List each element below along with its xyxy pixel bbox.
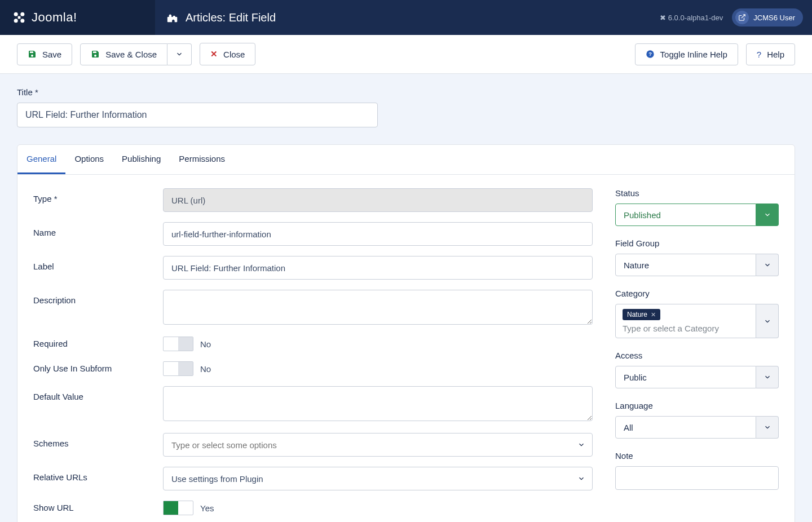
description-label: Description — [33, 290, 163, 305]
category-placeholder: Type or select a Category — [623, 324, 719, 333]
save-button[interactable]: Save — [17, 43, 72, 65]
type-field — [163, 188, 593, 212]
toggle-help-button[interactable]: ? Toggle Inline Help — [635, 43, 738, 65]
label-label: Label — [33, 256, 163, 271]
category-select[interactable]: Nature ✕ Type or select a Category — [615, 304, 779, 338]
default-label: Default Value — [33, 386, 163, 401]
chevron-down-icon — [756, 366, 779, 388]
note-label: Note — [615, 451, 779, 461]
help-button[interactable]: ? Help — [746, 43, 795, 65]
category-chip[interactable]: Nature ✕ — [623, 309, 660, 320]
field-group-select[interactable]: Nature — [615, 254, 779, 276]
joomla-small-icon: ✖ — [660, 14, 666, 22]
joomla-icon — [11, 10, 27, 25]
svg-point-0 — [14, 12, 18, 16]
show-url-value: Yes — [200, 503, 214, 513]
language-label: Language — [615, 401, 779, 410]
required-value: No — [200, 339, 211, 349]
default-value-textarea[interactable] — [163, 386, 593, 421]
svg-point-1 — [20, 12, 24, 16]
status-label: Status — [615, 188, 779, 198]
tab-permissions[interactable]: Permissions — [170, 145, 234, 174]
show-url-toggle[interactable] — [163, 501, 193, 515]
required-label: Required — [33, 337, 163, 348]
page-title-area: Articles: Edit Field — [155, 11, 660, 24]
version-label[interactable]: ✖ 6.0.0-alpha1-dev — [660, 14, 723, 22]
page-title: Articles: Edit Field — [186, 11, 276, 24]
main-column: Type * Name Label — [33, 188, 593, 522]
save-icon — [28, 50, 37, 59]
chevron-down-icon — [756, 204, 779, 226]
info-icon: ? — [646, 50, 655, 59]
category-label: Category — [615, 289, 779, 298]
tab-options[interactable]: Options — [65, 145, 113, 174]
type-label: Type * — [33, 188, 163, 204]
schemes-label: Schemes — [33, 433, 163, 448]
subform-value: No — [200, 364, 211, 374]
chevron-down-icon — [756, 416, 779, 439]
puzzle-icon — [166, 11, 179, 24]
subform-label: Only Use In Subform — [33, 361, 163, 373]
field-group-label: Field Group — [615, 238, 779, 248]
brand-logo[interactable]: Joomla! — [0, 0, 155, 35]
help-icon: ? — [757, 50, 761, 59]
topbar: Joomla! Articles: Edit Field ✖ 6.0.0-alp… — [0, 0, 812, 35]
language-select[interactable]: All — [615, 416, 779, 439]
status-select[interactable]: Published — [615, 204, 779, 226]
name-label: Name — [33, 222, 163, 237]
schemes-select[interactable] — [163, 433, 593, 457]
relative-urls-select[interactable] — [163, 467, 593, 490]
svg-text:?: ? — [648, 51, 652, 57]
access-select[interactable]: Public — [615, 366, 779, 388]
title-label: Title * — [17, 87, 795, 97]
chevron-down-icon — [175, 50, 183, 58]
close-button[interactable]: ✕ Close — [200, 43, 255, 65]
remove-chip-icon[interactable]: ✕ — [651, 311, 656, 318]
tab-publishing[interactable]: Publishing — [113, 145, 170, 174]
save-icon — [91, 50, 100, 59]
brand-name: Joomla! — [32, 10, 77, 25]
side-column: Status Published Field Group Nature — [615, 188, 779, 522]
access-label: Access — [615, 351, 779, 360]
content-area: Title * General Options Publishing Permi… — [0, 74, 812, 522]
tab-bar: General Options Publishing Permissions — [17, 145, 795, 175]
save-close-dropdown[interactable] — [167, 43, 192, 65]
save-close-button[interactable]: Save & Close — [80, 43, 167, 65]
subform-toggle[interactable] — [163, 361, 193, 376]
tab-general[interactable]: General — [17, 145, 65, 174]
name-input[interactable] — [163, 222, 593, 246]
user-name: JCMS6 User — [753, 14, 795, 22]
relative-urls-label: Relative URLs — [33, 467, 163, 482]
label-input[interactable] — [163, 256, 593, 280]
required-toggle[interactable] — [163, 337, 193, 351]
form-panel: General Options Publishing Permissions T… — [17, 144, 795, 522]
chevron-down-icon — [756, 304, 779, 338]
svg-rect-4 — [18, 16, 21, 19]
title-input[interactable] — [17, 103, 378, 127]
toolbar: Save Save & Close ✕ Close ? Toggle Inlin… — [0, 35, 812, 74]
external-link-icon — [735, 11, 749, 24]
svg-point-2 — [14, 19, 18, 23]
show-url-label: Show URL — [33, 501, 163, 512]
svg-point-3 — [20, 19, 24, 23]
note-input[interactable] — [615, 466, 779, 490]
chevron-down-icon — [756, 254, 779, 276]
close-icon: ✕ — [210, 49, 218, 59]
description-textarea[interactable] — [163, 290, 593, 325]
save-close-group: Save & Close — [80, 43, 192, 65]
user-menu[interactable]: JCMS6 User — [732, 8, 803, 26]
